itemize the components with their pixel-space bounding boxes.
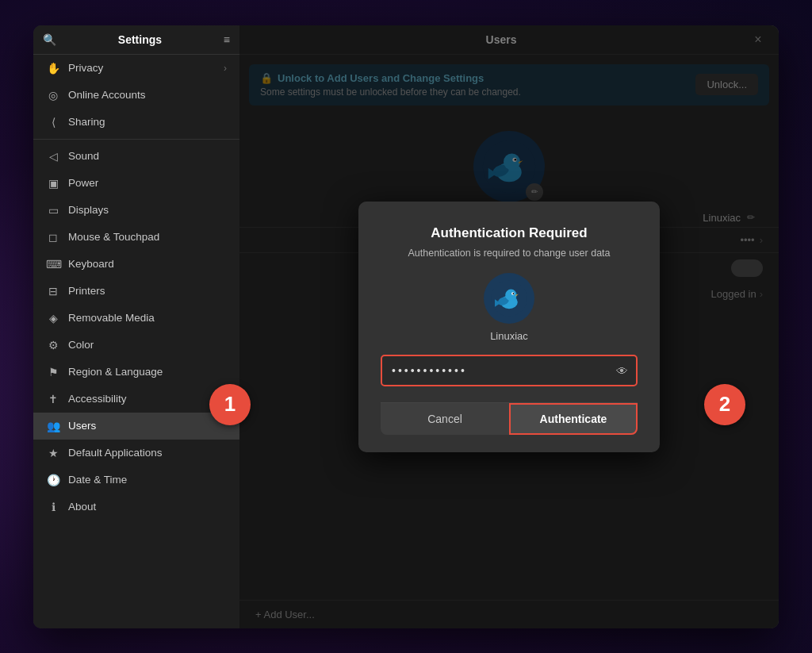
sidebar-item-label: Keyboard [68, 258, 114, 270]
sidebar-item-label: Default Applications [68, 447, 163, 459]
svg-point-11 [505, 289, 516, 300]
password-visibility-toggle[interactable]: 👁 [616, 363, 628, 377]
sidebar-item-online-accounts[interactable]: ◎ Online Accounts [33, 82, 239, 109]
datetime-icon: 🕐 [46, 474, 60, 486]
sidebar-item-label: Color [68, 339, 94, 351]
sidebar-item-about[interactable]: ℹ About [33, 494, 239, 520]
auth-avatar-image [490, 279, 528, 317]
sidebar-item-label: Power [68, 177, 98, 189]
sidebar-item-label: Date & Time [68, 474, 127, 486]
default-apps-icon: ★ [46, 447, 60, 459]
sound-icon: ◁ [46, 150, 60, 163]
sidebar-item-date-time[interactable]: 🕐 Date & Time [33, 467, 239, 494]
auth-dialog: Authentication Required Authentication i… [358, 202, 660, 452]
divider [33, 139, 239, 140]
sidebar-item-printers[interactable]: ⊟ Printers [33, 278, 239, 305]
sidebar-item-sharing[interactable]: ⟨ Sharing [33, 109, 239, 136]
authenticate-button[interactable]: Authenticate [509, 403, 638, 435]
sidebar-item-sound[interactable]: ◁ Sound [33, 143, 239, 170]
sidebar-item-label: Removable Media [68, 312, 155, 324]
cancel-button[interactable]: Cancel [381, 403, 509, 435]
displays-icon: ▭ [46, 204, 60, 217]
auth-avatar [484, 273, 534, 324]
sidebar-item-accessibility[interactable]: ✝ Accessibility [33, 386, 239, 413]
sidebar-item-label: Privacy [68, 62, 103, 74]
sidebar-item-removable-media[interactable]: ◈ Removable Media [33, 305, 239, 332]
sidebar-item-default-applications[interactable]: ★ Default Applications [33, 440, 239, 467]
online-accounts-icon: ◎ [46, 89, 60, 102]
auth-dialog-subtitle: Authentication is required to change use… [408, 248, 610, 259]
sidebar-item-label: Displays [68, 204, 109, 216]
sidebar-title: Settings [63, 33, 217, 46]
sidebar-item-label: Sharing [68, 116, 105, 128]
sidebar: 🔍 Settings ≡ ✋ Privacy › ◎ Online Accoun… [33, 25, 239, 628]
sidebar-item-users[interactable]: 👥 Users [33, 413, 239, 440]
accessibility-icon: ✝ [46, 393, 60, 405]
sidebar-item-label: Mouse & Touchpad [68, 231, 159, 243]
users-icon: 👥 [46, 420, 60, 432]
sidebar-item-region-language[interactable]: ⚑ Region & Language [33, 359, 239, 386]
sidebar-item-label: About [68, 501, 96, 513]
sidebar-item-label: Users [68, 420, 96, 432]
auth-dialog-buttons: Cancel Authenticate [381, 402, 638, 435]
sidebar-item-label: Region & Language [68, 366, 163, 378]
modal-overlay: Authentication Required Authentication i… [239, 25, 779, 628]
sidebar-header: 🔍 Settings ≡ [33, 25, 239, 55]
mouse-icon: ◻ [46, 231, 60, 244]
region-icon: ⚑ [46, 366, 60, 378]
menu-icon[interactable]: ≡ [224, 33, 230, 46]
search-icon[interactable]: 🔍 [43, 33, 56, 46]
sharing-icon: ⟨ [46, 116, 60, 129]
auth-username: Linuxiac [490, 330, 528, 342]
settings-window: 🔍 Settings ≡ ✋ Privacy › ◎ Online Accoun… [33, 25, 779, 628]
sidebar-item-mouse-touchpad[interactable]: ◻ Mouse & Touchpad [33, 224, 239, 251]
sidebar-item-label: Accessibility [68, 393, 127, 405]
sidebar-item-power[interactable]: ▣ Power [33, 170, 239, 197]
sidebar-item-privacy[interactable]: ✋ Privacy › [33, 55, 239, 82]
keyboard-icon: ⌨ [46, 258, 60, 271]
main-content: Users × 🔒 Unlock to Add Users and Change… [239, 25, 779, 628]
auth-password-wrapper: 👁 [381, 355, 638, 386]
sidebar-item-color[interactable]: ⚙ Color [33, 332, 239, 359]
auth-password-input[interactable] [382, 356, 636, 385]
sidebar-item-label: Sound [68, 150, 99, 162]
color-icon: ⚙ [46, 339, 60, 351]
sidebar-item-label: Printers [68, 285, 105, 297]
about-icon: ℹ [46, 501, 60, 513]
sidebar-item-displays[interactable]: ▭ Displays [33, 197, 239, 224]
removable-media-icon: ◈ [46, 312, 60, 325]
privacy-icon: ✋ [46, 62, 60, 75]
svg-point-13 [513, 293, 515, 294]
auth-dialog-title: Authentication Required [431, 225, 587, 241]
power-icon: ▣ [46, 177, 60, 190]
chevron-right-icon: › [224, 63, 227, 74]
sidebar-item-keyboard[interactable]: ⌨ Keyboard [33, 251, 239, 278]
sidebar-item-label: Online Accounts [68, 89, 146, 101]
printers-icon: ⊟ [46, 285, 60, 298]
